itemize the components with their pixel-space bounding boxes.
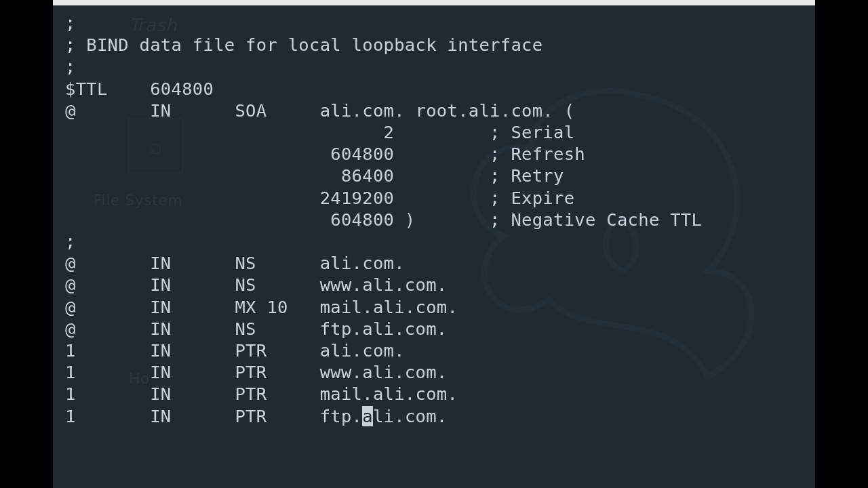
terminal-window[interactable]: Trash ⌕ File System Ho ; ; BIND data fil…: [53, 0, 815, 488]
cursor-line-prefix: 1 IN PTR ftp.: [65, 406, 362, 426]
terminal-content[interactable]: ; ; BIND data file for local loopback in…: [53, 5, 815, 434]
screen: Trash ⌕ File System Ho ; ; BIND data fil…: [0, 0, 868, 488]
file-text: ; ; BIND data file for local loopback in…: [65, 13, 702, 404]
cursor-line: 1 IN PTR ftp.ali.com.: [65, 406, 448, 426]
text-cursor: a: [362, 406, 373, 426]
cursor-line-suffix: li.com.: [373, 406, 448, 426]
